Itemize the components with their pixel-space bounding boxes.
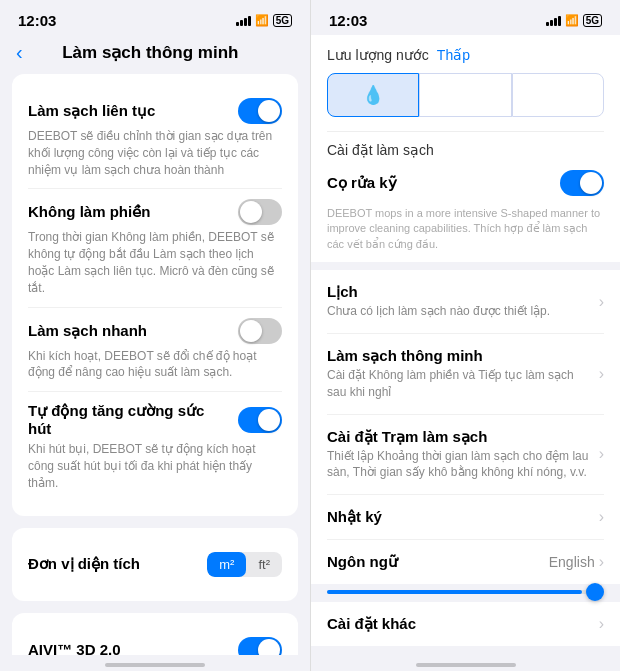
setting-title-0: Làm sạch liên tục <box>28 102 228 120</box>
left-status-icons: 📶 5G <box>236 14 292 27</box>
setting-desc-2: Khi kích hoạt, DEEBOT sẽ đổi chế độ hoạt… <box>28 348 282 382</box>
water-options[interactable]: 💧 <box>327 73 604 117</box>
menu-right-station: › <box>599 445 604 463</box>
menu-item-other-content: Cài đặt khác <box>327 615 591 633</box>
menu-right-lich: › <box>599 293 604 311</box>
settings-list: Làm sạch liên tục DEEBOT sẽ điều chỉnh t… <box>0 74 310 655</box>
toggle-continuous-clean[interactable] <box>238 98 282 124</box>
right-wifi-icon: 📶 <box>565 14 579 27</box>
scrub-title: Cọ rửa kỹ <box>327 174 397 192</box>
setting-aivi: AIVI™ 3D 2.0 DEEBOT sẽ tự động xác định … <box>28 627 282 655</box>
aivi-title: AIVI™ 3D 2.0 <box>28 641 228 655</box>
water-option-high[interactable] <box>512 73 604 117</box>
menu-item-smart-clean[interactable]: Làm sạch thông minh Cài đặt Không làm ph… <box>327 334 604 415</box>
left-panel: 12:03 📶 5G ‹ Làm sạch thông minh Làm sạc… <box>0 0 310 671</box>
menu-title-station: Cài đặt Trạm làm sạch <box>327 428 591 446</box>
setting-do-not-disturb: Không làm phiền Trong thời gian Không là… <box>28 189 282 307</box>
setting-desc-1: Trong thời gian Không làm phiền, DEEBOT … <box>28 229 282 296</box>
unit-m2-button[interactable]: m² <box>207 552 246 577</box>
menu-item-smart-content: Làm sạch thông minh Cài đặt Không làm ph… <box>327 347 591 401</box>
home-bar <box>105 663 205 667</box>
right-network-badge: 5G <box>583 14 602 27</box>
language-value: English <box>549 554 595 570</box>
menu-right-smart: › <box>599 365 604 383</box>
menu-item-log[interactable]: Nhật ký › <box>327 495 604 540</box>
menu-item-language-content: Ngôn ngữ <box>327 553 541 571</box>
right-status-bar: 12:03 📶 5G <box>311 0 620 35</box>
chevron-icon-station: › <box>599 445 604 463</box>
unit-ft2-button[interactable]: ft² <box>246 552 282 577</box>
menu-item-log-content: Nhật ký <box>327 508 591 526</box>
right-menu-card: Lịch Chưa có lịch làm sạch nào được thiế… <box>311 270 620 584</box>
menu-title-other: Cài đặt khác <box>327 615 591 633</box>
menu-item-language[interactable]: Ngôn ngữ English › <box>327 540 604 584</box>
left-time: 12:03 <box>18 12 56 29</box>
unit-row: Đơn vị diện tích m² ft² <box>28 542 282 587</box>
chevron-icon-language: › <box>599 553 604 571</box>
menu-item-station[interactable]: Cài đặt Trạm làm sạch Thiết lập Khoảng t… <box>327 415 604 496</box>
toggle-do-not-disturb[interactable] <box>238 199 282 225</box>
droplet-icon: 💧 <box>362 84 384 106</box>
main-settings-card: Làm sạch liên tục DEEBOT sẽ điều chỉnh t… <box>12 74 298 516</box>
water-label: Lưu lượng nước <box>327 47 429 63</box>
slider-fill <box>327 590 582 594</box>
setting-title-1: Không làm phiền <box>28 203 228 221</box>
water-flow-section: Lưu lượng nước Thấp 💧 Cài đặt làm sạch C… <box>311 35 620 262</box>
wifi-icon: 📶 <box>255 14 269 27</box>
cai-dat-label: Cài đặt làm sạch <box>327 131 604 166</box>
right-status-icons: 📶 5G <box>546 14 602 27</box>
toggle-scrub[interactable] <box>560 170 604 196</box>
setting-title-2: Làm sạch nhanh <box>28 322 228 340</box>
menu-desc-lich: Chưa có lịch làm sạch nào được thiết lập… <box>327 303 591 320</box>
slider-thumb[interactable] <box>586 583 604 601</box>
signal-icon <box>236 16 251 26</box>
chevron-icon-log: › <box>599 508 604 526</box>
menu-item-lich-content: Lịch Chưa có lịch làm sạch nào được thiế… <box>327 283 591 320</box>
right-home-indicator <box>311 655 620 671</box>
setting-title-3: Tự động tăng cường sức hút <box>28 402 228 437</box>
unit-selector[interactable]: m² ft² <box>207 552 282 577</box>
back-button[interactable]: ‹ <box>16 41 23 64</box>
water-option-medium[interactable] <box>419 73 511 117</box>
setting-desc-3: Khi hút bụi, DEEBOT sẽ tự động kích hoạt… <box>28 441 282 491</box>
setting-auto-boost: Tự động tăng cường sức hút Khi hút bụi, … <box>28 392 282 501</box>
left-home-indicator <box>0 655 310 671</box>
right-home-bar <box>416 663 516 667</box>
menu-title-smart: Làm sạch thông minh <box>327 347 591 365</box>
scrub-section: Cọ rửa kỹ DEEBOT mops in a more intensiv… <box>327 166 604 262</box>
right-panel: 12:03 📶 5G Lưu lượng nước Thấp 💧 Cài đặt… <box>310 0 620 671</box>
menu-desc-station: Thiết lập Khoảng thời gian làm sạch cho … <box>327 448 591 482</box>
water-label-row: Lưu lượng nước Thấp <box>327 47 604 63</box>
toggle-aivi[interactable] <box>238 637 282 655</box>
menu-right-language: English › <box>549 553 604 571</box>
menu-item-station-content: Cài đặt Trạm làm sạch Thiết lập Khoảng t… <box>327 428 591 482</box>
setting-desc-0: DEEBOT sẽ điều chỉnh thời gian sạc dựa t… <box>28 128 282 178</box>
toggle-quick-clean[interactable] <box>238 318 282 344</box>
scrub-desc: DEEBOT mops in a more intensive S-shaped… <box>327 206 604 262</box>
chevron-icon-other: › <box>599 615 604 633</box>
menu-right-other: › <box>599 615 604 633</box>
unit-title: Đơn vị diện tích <box>28 555 140 573</box>
unit-selector-card: Đơn vị diện tích m² ft² <box>12 528 298 601</box>
water-option-low[interactable]: 💧 <box>327 73 419 117</box>
toggle-auto-boost[interactable] <box>238 407 282 433</box>
bottom-menu-card: Cài đặt khác › <box>311 602 620 646</box>
setting-continuous-clean: Làm sạch liên tục DEEBOT sẽ điều chỉnh t… <box>28 88 282 189</box>
slider-track[interactable] <box>327 590 604 594</box>
right-menu: Lịch Chưa có lịch làm sạch nào được thiế… <box>311 262 620 655</box>
water-value: Thấp <box>437 47 470 63</box>
setting-quick-clean: Làm sạch nhanh Khi kích hoạt, DEEBOT sẽ … <box>28 308 282 393</box>
network-badge: 5G <box>273 14 292 27</box>
menu-title-lich: Lịch <box>327 283 591 301</box>
menu-desc-smart: Cài đặt Không làm phiền và Tiếp tục làm … <box>327 367 591 401</box>
left-header: ‹ Làm sạch thông minh <box>0 35 310 74</box>
menu-item-other[interactable]: Cài đặt khác › <box>327 602 604 646</box>
menu-title-language: Ngôn ngữ <box>327 553 541 571</box>
menu-title-log: Nhật ký <box>327 508 591 526</box>
menu-item-lich[interactable]: Lịch Chưa có lịch làm sạch nào được thiế… <box>327 270 604 334</box>
right-signal-icon <box>546 16 561 26</box>
chevron-icon-smart: › <box>599 365 604 383</box>
aivi-card: AIVI™ 3D 2.0 DEEBOT sẽ tự động xác định … <box>12 613 298 655</box>
right-time: 12:03 <box>329 12 367 29</box>
left-status-bar: 12:03 📶 5G <box>0 0 310 35</box>
